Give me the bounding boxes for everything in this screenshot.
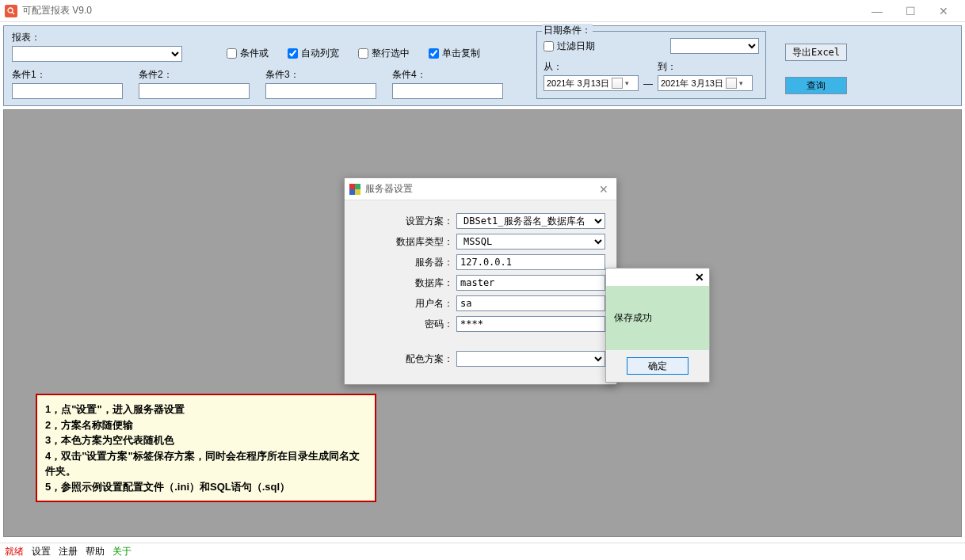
scheme-select[interactable]: DBSet1_服务器名_数据库名	[456, 213, 605, 229]
help-line: 4，双击"设置方案"标签保存方案，同时会在程序所在目录生成同名文件夹。	[45, 448, 367, 479]
msgbox-head: ✕	[606, 269, 709, 286]
check-row-select-input[interactable]	[358, 48, 368, 59]
query-panel: 报表： 条件或 自动列宽 整行选中 单击复制	[3, 25, 962, 106]
help-line: 2，方案名称随便输	[45, 417, 367, 433]
date-legend: 日期条件：	[542, 24, 593, 37]
minimize-button[interactable]: —	[860, 1, 894, 21]
window-title: 可配置报表 V9.0	[22, 4, 860, 17]
svg-line-1	[12, 12, 14, 14]
msgbox-close-button[interactable]: ✕	[695, 271, 704, 284]
cond3-label: 条件3：	[265, 68, 376, 82]
status-ready[interactable]: 就绪	[5, 545, 24, 558]
action-buttons: 导出Excel 查询	[785, 31, 847, 99]
database-label: 数据库：	[415, 276, 453, 290]
database-input[interactable]	[456, 275, 605, 291]
cond2-input[interactable]	[139, 83, 250, 99]
check-auto-col[interactable]: 自动列宽	[288, 47, 339, 60]
dialog-close-button[interactable]: ✕	[596, 183, 612, 196]
help-line: 1，点"设置"，进入服务器设置	[45, 402, 367, 417]
chevron-down-icon: ▾	[739, 79, 743, 87]
scheme-label: 设置方案：	[406, 215, 453, 228]
cond4-label: 条件4：	[392, 68, 503, 82]
dbtype-label: 数据库类型：	[396, 235, 453, 249]
msgbox-body: 保存成功	[606, 286, 709, 350]
user-label: 用户名：	[415, 297, 453, 310]
date-type-select[interactable]	[670, 38, 759, 54]
report-select[interactable]	[12, 46, 182, 62]
maximize-button[interactable]: ☐	[894, 1, 927, 21]
cond4-input[interactable]	[392, 83, 503, 99]
chevron-down-icon: ▾	[625, 79, 629, 87]
color-select[interactable]	[456, 351, 605, 367]
dialog-titlebar: 服务器设置 ✕	[345, 178, 616, 200]
check-row-select[interactable]: 整行选中	[358, 47, 410, 60]
date-group: 日期条件： 过滤日期 从： 2021年 3月13日 ▾ — 到：	[536, 31, 766, 99]
date-to-input[interactable]: 2021年 3月13日 ▾	[658, 75, 753, 91]
date-dash: —	[643, 78, 653, 91]
dialog-icon	[349, 184, 360, 195]
password-input[interactable]	[456, 316, 605, 332]
calendar-icon	[726, 78, 737, 89]
server-settings-dialog: 服务器设置 ✕ 设置方案： DBSet1_服务器名_数据库名 数据库类型： MS…	[344, 177, 617, 385]
cond1-label: 条件1：	[12, 68, 123, 82]
help-box: 1，点"设置"，进入服务器设置 2，方案名称随便输 3，本色方案为空代表随机色 …	[36, 394, 376, 502]
cond1-input[interactable]	[12, 83, 123, 99]
status-register[interactable]: 注册	[59, 545, 78, 558]
report-label: 报表：	[12, 31, 181, 44]
server-label: 服务器：	[415, 256, 453, 269]
statusbar: 就绪 设置 注册 帮助 关于	[0, 543, 965, 560]
date-to-label: 到：	[658, 60, 753, 74]
status-about[interactable]: 关于	[113, 545, 132, 558]
dialog-body: 设置方案： DBSet1_服务器名_数据库名 数据库类型： MSSQL 服务器：…	[345, 200, 616, 384]
window-controls: — ☐ ✕	[860, 1, 960, 21]
date-from-label: 从：	[544, 60, 639, 74]
close-button[interactable]: ✕	[927, 1, 960, 21]
filter-date-check[interactable]: 过滤日期	[544, 40, 595, 53]
check-click-copy-input[interactable]	[429, 48, 439, 59]
date-from-input[interactable]: 2021年 3月13日 ▾	[544, 75, 639, 91]
filter-date-input[interactable]	[544, 41, 554, 51]
password-label: 密码：	[425, 318, 453, 331]
message-box: ✕ 保存成功 确定	[605, 268, 710, 383]
cond3-input[interactable]	[265, 83, 376, 99]
msgbox-foot: 确定	[606, 350, 709, 382]
app-icon	[5, 5, 17, 17]
check-auto-col-input[interactable]	[288, 48, 298, 59]
dialog-title: 服务器设置	[365, 182, 596, 196]
help-line: 5，参照示例设置配置文件（.ini）和SQL语句（.sql）	[45, 479, 367, 495]
server-input[interactable]	[456, 254, 605, 270]
check-cond-or-input[interactable]	[227, 48, 237, 59]
conditions-row: 条件1： 条件2： 条件3： 条件4：	[12, 68, 519, 99]
color-label: 配色方案：	[406, 352, 453, 366]
cond2-label: 条件2：	[139, 68, 250, 82]
status-settings[interactable]: 设置	[32, 545, 51, 558]
user-input[interactable]	[456, 295, 605, 311]
calendar-icon	[612, 78, 623, 89]
dbtype-select[interactable]: MSSQL	[456, 234, 605, 250]
check-cond-or[interactable]: 条件或	[227, 47, 269, 60]
status-help[interactable]: 帮助	[86, 545, 105, 558]
help-line: 3，本色方案为空代表随机色	[45, 432, 367, 448]
msgbox-ok-button[interactable]: 确定	[627, 357, 688, 375]
query-button[interactable]: 查询	[785, 77, 847, 94]
query-left: 报表： 条件或 自动列宽 整行选中 单击复制	[12, 31, 519, 99]
export-excel-button[interactable]: 导出Excel	[785, 44, 847, 61]
msgbox-text: 保存成功	[614, 311, 652, 325]
check-click-copy[interactable]: 单击复制	[429, 47, 480, 60]
titlebar: 可配置报表 V9.0 — ☐ ✕	[0, 0, 965, 22]
